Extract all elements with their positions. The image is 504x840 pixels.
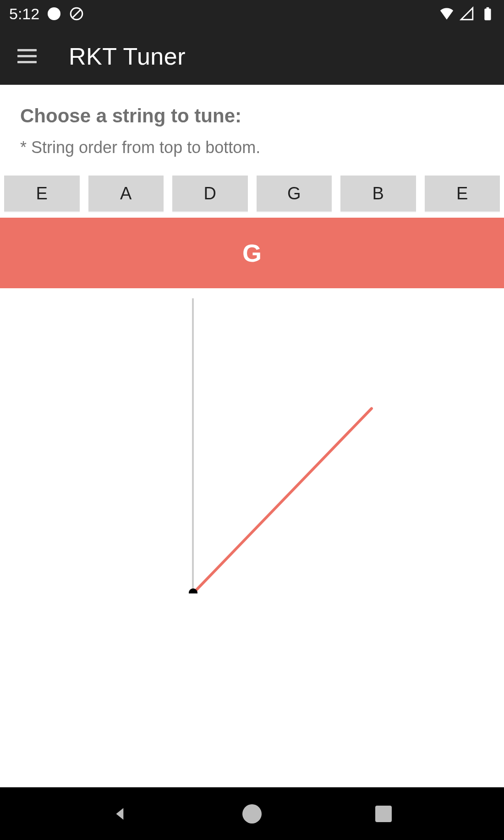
content: Choose a string to tune: * String order … <box>0 85 504 593</box>
app-title: RKT Tuner <box>69 43 186 70</box>
string-button-a[interactable]: A <box>88 176 164 211</box>
app-bar: RKT Tuner <box>0 27 504 85</box>
string-order-hint: * String order from top to bottom. <box>0 127 504 157</box>
gauge-center-line <box>192 298 194 592</box>
system-nav-bar <box>0 787 504 840</box>
cell-signal-icon <box>459 6 475 22</box>
status-bar: 5:12 <box>0 0 504 27</box>
selected-note: G <box>242 239 262 267</box>
string-button-e-low[interactable]: E <box>4 176 80 211</box>
wifi-icon <box>439 6 455 22</box>
menu-icon[interactable] <box>17 49 37 63</box>
string-row: E A D G B E <box>0 157 504 218</box>
svg-line-1 <box>73 10 81 18</box>
string-button-e-high[interactable]: E <box>425 176 500 211</box>
nav-back-icon[interactable] <box>109 802 132 825</box>
status-left: 5:12 <box>9 5 84 23</box>
string-button-g[interactable]: G <box>257 176 332 211</box>
status-nosync-icon <box>69 6 84 22</box>
string-button-d[interactable]: D <box>172 176 248 211</box>
string-button-b[interactable]: B <box>340 176 416 211</box>
selected-note-banner: G <box>0 218 504 288</box>
svg-rect-3 <box>487 7 489 9</box>
gauge-needle <box>193 406 373 593</box>
tuner-gauge <box>0 288 504 593</box>
svg-rect-2 <box>484 9 491 20</box>
nav-recents-icon[interactable] <box>372 802 395 825</box>
status-recording-icon <box>48 7 60 20</box>
nav-home-icon[interactable] <box>241 802 263 825</box>
status-time: 5:12 <box>9 5 39 23</box>
choose-string-heading: Choose a string to tune: <box>0 105 504 127</box>
status-right <box>439 6 495 22</box>
battery-icon <box>479 6 495 22</box>
